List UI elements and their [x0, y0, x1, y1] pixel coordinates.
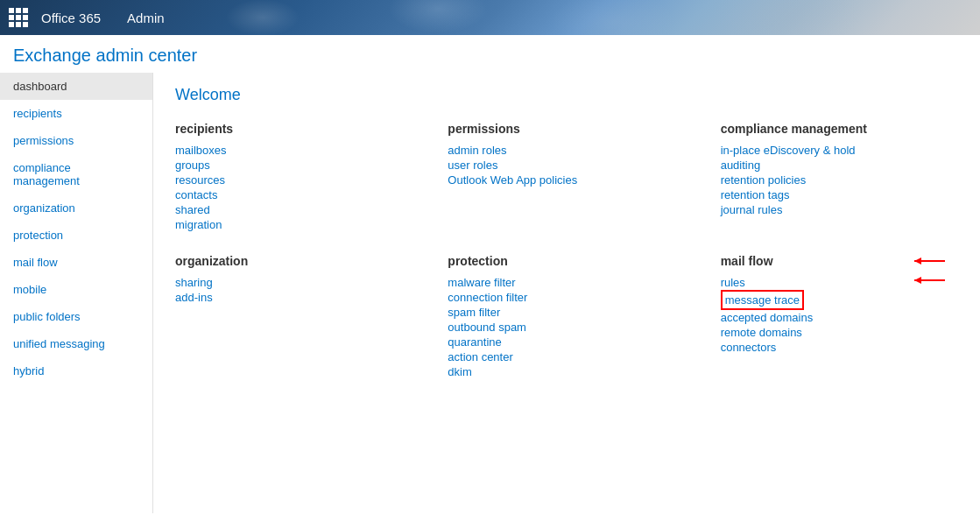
sidebar-item-mail-flow[interactable]: mail flow [0, 249, 152, 276]
section-protection-title: protection [448, 254, 685, 268]
section-mail-flow-title: mail flow [721, 254, 901, 268]
link-remote-domains[interactable]: remote domains [721, 325, 901, 340]
link-sharing[interactable]: sharing [175, 275, 412, 290]
waffle-icon[interactable] [9, 8, 28, 27]
svg-marker-3 [914, 277, 921, 284]
link-shared[interactable]: shared [175, 202, 412, 217]
link-accepted-domains[interactable]: accepted domains [721, 310, 901, 325]
link-add-ins[interactable]: add-ins [175, 290, 412, 305]
link-groups[interactable]: groups [175, 158, 412, 173]
link-retention-tags[interactable]: retention tags [721, 187, 958, 202]
page-title: Exchange admin center [0, 35, 980, 73]
section-mail-flow: mail flow rules message trace accepted d… [721, 254, 958, 379]
link-connectors[interactable]: connectors [721, 340, 901, 355]
svg-marker-1 [914, 258, 921, 265]
link-action-center[interactable]: action center [448, 349, 685, 364]
section-permissions: permissions admin roles user roles Outlo… [448, 122, 685, 232]
section-compliance-title: compliance management [721, 122, 958, 136]
section-organization-title: organization [175, 254, 412, 268]
sidebar-item-organization[interactable]: organization [0, 194, 152, 222]
link-inplace-ediscovery[interactable]: in-place eDiscovery & hold [721, 143, 958, 158]
section-name: Admin [127, 11, 165, 25]
content-area: Welcome recipients mailboxes groups reso… [153, 73, 980, 513]
main-layout: dashboard recipients permissions complia… [0, 73, 980, 513]
sidebar-item-permissions[interactable]: permissions [0, 127, 152, 154]
welcome-heading: Welcome [175, 86, 958, 104]
link-journal-rules[interactable]: journal rules [721, 202, 958, 217]
sidebar-item-public-folders[interactable]: public folders [0, 303, 152, 330]
link-dkim[interactable]: dkim [448, 364, 685, 379]
section-protection: protection malware filter connection fil… [448, 254, 685, 379]
link-mailboxes[interactable]: mailboxes [175, 143, 412, 158]
link-outbound-spam[interactable]: outbound spam [448, 320, 685, 335]
sidebar-item-unified-messaging[interactable]: unified messaging [0, 330, 152, 357]
sidebar: dashboard recipients permissions complia… [0, 73, 153, 513]
link-contacts[interactable]: contacts [175, 187, 412, 202]
section-organization: organization sharing add-ins [175, 254, 412, 379]
link-auditing[interactable]: auditing [721, 158, 958, 173]
section-compliance-management: compliance management in-place eDiscover… [721, 122, 958, 232]
top-bar: Office 365 Admin [0, 0, 980, 35]
sidebar-item-compliance-management[interactable]: compliance management [0, 154, 152, 194]
link-spam-filter[interactable]: spam filter [448, 305, 685, 320]
link-rules[interactable]: rules [721, 275, 901, 290]
sidebar-item-mobile[interactable]: mobile [0, 276, 152, 303]
link-migration[interactable]: migration [175, 217, 412, 232]
link-user-roles[interactable]: user roles [448, 158, 685, 173]
app-name: Office 365 [41, 11, 101, 25]
link-retention-policies[interactable]: retention policies [721, 173, 958, 187]
section-recipients: recipients mailboxes groups resources co… [175, 122, 412, 232]
red-arrows-annotation [906, 254, 958, 307]
link-outlook-web-app-policies[interactable]: Outlook Web App policies [448, 173, 685, 187]
link-connection-filter[interactable]: connection filter [448, 290, 685, 305]
link-quarantine[interactable]: quarantine [448, 335, 685, 349]
sidebar-item-hybrid[interactable]: hybrid [0, 357, 152, 384]
link-malware-filter[interactable]: malware filter [448, 275, 685, 290]
link-resources[interactable]: resources [175, 173, 412, 187]
sidebar-item-recipients[interactable]: recipients [0, 100, 152, 127]
dashboard-grid: recipients mailboxes groups resources co… [175, 122, 958, 379]
sidebar-item-dashboard[interactable]: dashboard [0, 73, 152, 100]
section-permissions-title: permissions [448, 122, 685, 136]
sidebar-item-protection[interactable]: protection [0, 222, 152, 249]
link-admin-roles[interactable]: admin roles [448, 143, 685, 158]
section-recipients-title: recipients [175, 122, 412, 136]
link-message-trace[interactable]: message trace [725, 293, 800, 307]
